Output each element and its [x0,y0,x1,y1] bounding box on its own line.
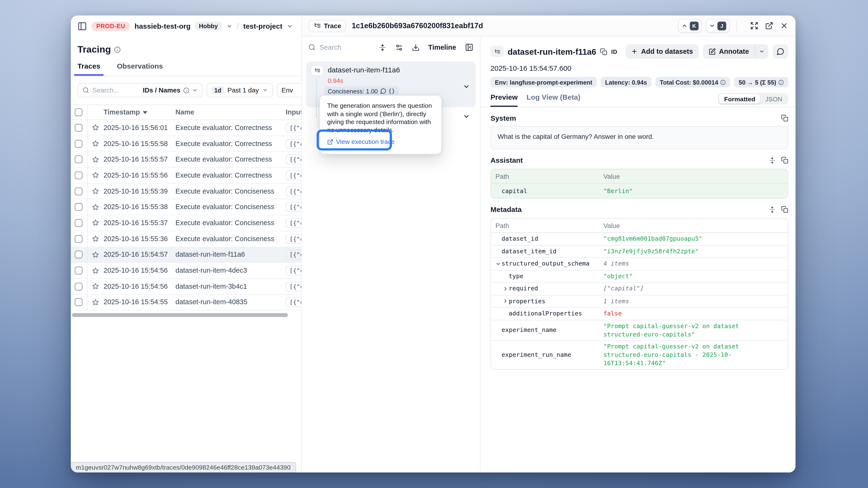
row-checkbox[interactable] [75,235,83,242]
download-icon[interactable] [411,43,419,51]
star-icon[interactable] [88,203,103,210]
row-checkbox[interactable] [75,140,83,148]
select-all-checkbox[interactable] [75,108,83,116]
star-icon[interactable] [88,172,103,179]
close-icon[interactable] [780,22,788,30]
table-row[interactable]: 2025-10-16 15:54:57 dataset-run-item-f11… [71,247,301,263]
star-icon[interactable] [88,283,103,290]
kv-row: type "object" [491,270,788,283]
next-trace-button[interactable]: J [706,19,730,33]
unfold-vertical-icon[interactable] [769,157,776,163]
row-checkbox[interactable] [75,156,83,163]
star-icon[interactable] [88,156,103,163]
table-row[interactable]: 2025-10-16 15:55:39 Execute evaluator: C… [71,184,301,199]
row-checkbox[interactable] [75,219,83,227]
fold-vertical-icon[interactable] [378,43,386,51]
copy-icon[interactable] [781,206,788,213]
table-row[interactable]: 2025-10-16 15:55:36 Execute evaluator: C… [71,231,301,247]
row-checkbox[interactable] [75,283,83,290]
tab[interactable]: Traces [74,62,103,76]
star-icon[interactable] [88,299,103,306]
info-icon[interactable] [114,46,121,53]
row-input-preview: [{"cor [286,123,301,133]
chevron-right-icon[interactable] [503,298,508,304]
panel-left-icon[interactable] [78,21,87,31]
prev-trace-button[interactable]: K [678,19,702,33]
column-name[interactable]: Name [176,108,286,116]
row-checkbox[interactable] [75,298,83,306]
star-icon[interactable] [88,251,103,258]
copy-icon[interactable] [600,48,607,55]
expand-icon[interactable] [750,22,758,30]
table-row[interactable]: 2025-10-16 15:54:56 dataset-run-item-3b4… [71,279,301,294]
info-icon[interactable] [183,87,189,93]
star-icon[interactable] [88,140,103,147]
kv-row: dataset_id "cmg81vm6m001bad07gpuoapu5" [491,233,788,246]
info-icon[interactable] [778,79,784,85]
annotate-button[interactable]: Annotate [703,44,755,59]
node-collapse-chevron-icon[interactable] [463,83,470,90]
timeline-toggle[interactable]: Timeline [428,43,456,51]
project-chevron-down-icon[interactable] [287,23,293,29]
table-row[interactable]: 2025-10-16 15:55:37 Execute evaluator: C… [71,215,301,231]
info-icon[interactable] [720,79,726,85]
scrollbar-thumb[interactable] [72,313,288,317]
score-badge[interactable]: Conciseness: 1.00 {} [324,86,399,96]
row-checkbox[interactable] [75,251,83,259]
table-row[interactable]: 2025-10-16 15:55:57 Execute evaluator: C… [71,152,301,167]
kv-value: "Prompt capital-guesser-v2 on dataset st… [603,322,788,338]
org-name[interactable]: hassieb-test-org [135,22,191,30]
table-row[interactable]: 2025-10-16 15:55:38 Execute evaluator: C… [71,199,301,215]
copy-icon[interactable] [781,115,788,122]
chevron-right-icon[interactable] [503,286,508,291]
star-icon[interactable] [88,124,103,131]
table-row[interactable]: 2025-10-16 15:54:56 dataset-run-item-4de… [71,263,301,279]
star-icon[interactable] [88,188,103,195]
date-range-filter[interactable]: 1d Past 1 day [207,83,273,97]
detail-tab[interactable]: Preview [490,93,518,107]
comments-button[interactable] [773,44,788,59]
col-value: Value [603,222,620,229]
row-timestamp: 2025-10-16 15:55:39 [103,187,176,195]
annotate-dropdown-chevron[interactable] [754,44,768,59]
id-label[interactable]: ID [611,48,617,55]
project-name[interactable]: test-project [243,22,282,30]
org-chevron-down-icon[interactable] [226,23,232,29]
table-row[interactable]: 2025-10-16 15:55:58 Execute evaluator: C… [71,136,301,152]
kv-row: structured_output_schema 4 items [491,258,788,270]
table-row[interactable]: 2025-10-16 15:54:55 dataset-run-item-408… [71,295,301,311]
tree-search-input[interactable]: Search [308,43,341,51]
chevron-down-icon[interactable] [192,88,197,93]
star-icon[interactable] [88,267,103,274]
column-input[interactable]: Input [286,108,301,116]
chevron-up-icon [681,23,687,29]
env-region-badge: PROD-EU [91,21,130,31]
view-execution-trace-link[interactable]: View execution trace [327,139,395,145]
unfold-vertical-icon[interactable] [769,206,776,213]
row-timestamp: 2025-10-16 15:55:58 [103,140,176,148]
star-icon[interactable] [88,235,103,242]
format-option[interactable]: Formatted [719,94,760,103]
panel-collapse-icon[interactable] [465,43,473,52]
date-range-chip: 1d [211,86,224,94]
row-checkbox[interactable] [75,203,83,211]
tab[interactable]: Observations [114,62,166,76]
row-checkbox[interactable] [75,187,83,195]
search-input[interactable]: Search... IDs / Names [78,83,203,97]
chevron-down-icon[interactable] [495,261,501,266]
row-checkbox[interactable] [75,267,83,274]
copy-icon[interactable] [781,157,788,164]
column-timestamp[interactable]: Timestamp [103,108,176,116]
format-option[interactable]: JSON [760,94,787,103]
child-node-chevron-icon[interactable] [463,113,470,120]
star-icon[interactable] [88,219,103,227]
env-filter[interactable]: Env [276,83,301,97]
table-row[interactable]: 2025-10-16 15:56:01 Execute evaluator: C… [71,120,301,136]
settings-sliders-icon[interactable] [395,43,403,51]
open-external-icon[interactable] [765,22,773,30]
row-checkbox[interactable] [75,171,83,179]
add-to-datasets-button[interactable]: Add to datasets [625,44,699,59]
table-row[interactable]: 2025-10-16 15:55:56 Execute evaluator: C… [71,168,301,184]
row-checkbox[interactable] [75,124,83,131]
detail-tab[interactable]: Log View (Beta) [527,93,580,107]
